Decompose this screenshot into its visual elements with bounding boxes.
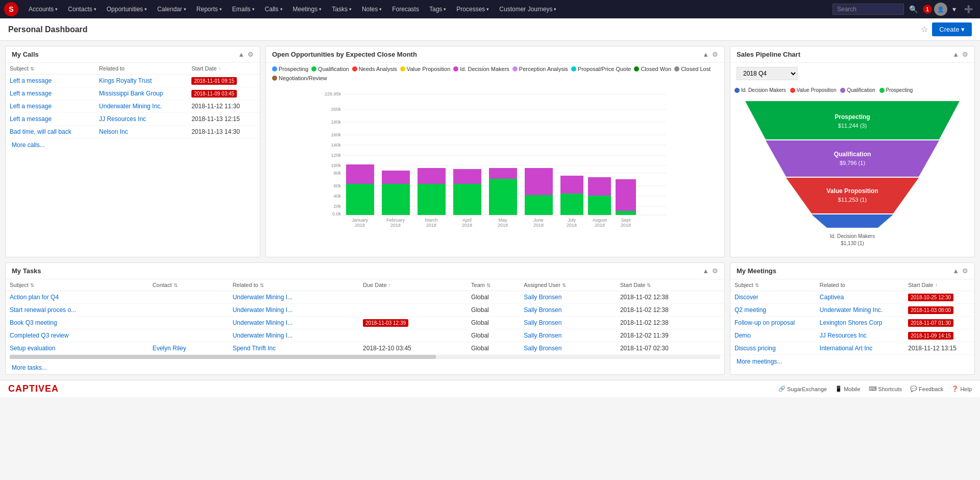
nav-contacts[interactable]: Contacts ▾ <box>64 4 100 15</box>
my-calls-settings[interactable]: ⚙ <box>248 51 254 58</box>
call-subject-link[interactable]: Left a message <box>10 103 52 110</box>
quarter-selector[interactable]: 2018 Q4 2018 Q3 2018 Q2 2018 Q1 <box>737 67 798 80</box>
task-user-link[interactable]: Sally Bronsen <box>524 294 561 301</box>
task-subject-link[interactable]: Setup evaluation <box>10 345 55 352</box>
meeting-related-link[interactable]: JJ Resources Inc <box>820 332 867 339</box>
calls-col-related[interactable]: Related to <box>95 63 187 75</box>
tasks-collapse[interactable]: ▲ <box>702 267 709 275</box>
meeting-subject-link[interactable]: Demo <box>734 332 751 339</box>
nav-meetings[interactable]: Meetings ▾ <box>289 4 326 15</box>
call-subject-link[interactable]: Left a message <box>10 77 52 84</box>
nav-tasks[interactable]: Tasks ▾ <box>328 4 356 15</box>
add-icon[interactable]: ➕ <box>961 4 976 14</box>
meetings-col-subject[interactable]: Subject ⇅ <box>730 279 816 291</box>
footer-help[interactable]: ❓ Help <box>951 386 972 392</box>
task-related-link[interactable]: Underwater Mining I... <box>233 319 292 326</box>
tasks-controls: ▲ ⚙ <box>702 267 718 275</box>
calls-col-subject[interactable]: Subject ⇅ <box>6 63 95 75</box>
call-related-link[interactable]: Nelson Inc <box>99 128 128 135</box>
nav-opportunities[interactable]: Opportunities ▾ <box>103 4 151 15</box>
footer-mobile[interactable]: 📱 Mobile <box>835 386 860 392</box>
search-icon[interactable]: 🔍 <box>906 4 921 14</box>
horizontal-scrollbar[interactable] <box>10 355 720 359</box>
my-calls-collapse[interactable]: ▲ <box>238 51 244 58</box>
task-subject-link[interactable]: Start renewal proces o... <box>10 306 76 314</box>
nav-customer-journeys[interactable]: Customer Journeys ▾ <box>495 4 560 15</box>
pipeline-settings[interactable]: ⚙ <box>962 51 968 58</box>
call-related-link[interactable]: Kings Royalty Trust <box>99 77 152 84</box>
meetings-col-related[interactable]: Related to <box>816 279 904 291</box>
task-related-link[interactable]: Underwater Mining I... <box>233 306 292 314</box>
task-user-link[interactable]: Sally Bronsen <box>524 306 561 314</box>
tasks-col-subject[interactable]: Subject ⇅ <box>6 279 149 291</box>
meeting-related-link[interactable]: Lexington Shores Corp <box>820 319 883 326</box>
task-user-link[interactable]: Sally Bronsen <box>524 332 561 339</box>
meeting-subject-link[interactable]: Discuss pricing <box>734 345 776 352</box>
task-subject-link[interactable]: Action plan for Q4 <box>10 294 59 301</box>
tasks-col-contact[interactable]: Contact ⇅ <box>149 279 229 291</box>
meetings-settings[interactable]: ⚙ <box>962 267 968 275</box>
task-contact-link[interactable]: Evelyn Riley <box>153 345 186 352</box>
tasks-col-due[interactable]: Due Date ↑ <box>359 279 467 291</box>
nav-processes[interactable]: Processes ▾ <box>452 4 493 15</box>
meeting-subject-link[interactable]: Q2 meeting <box>734 306 766 314</box>
favorite-star[interactable]: ☆ <box>921 25 928 34</box>
meetings-col-date[interactable]: Start Date ↑ <box>904 279 974 291</box>
call-subject-link[interactable]: Bad time, will call back <box>10 128 71 135</box>
notification-badge[interactable]: 1 <box>923 5 932 14</box>
task-related-link[interactable]: Underwater Mining I... <box>233 332 292 339</box>
nav-forecasts[interactable]: Forecasts <box>388 4 423 15</box>
nav-tags[interactable]: Tags ▾ <box>425 4 450 15</box>
task-subject-link[interactable]: Book Q3 meeting <box>10 319 57 326</box>
user-menu-arrow[interactable]: ▾ <box>949 4 959 14</box>
task-user-link[interactable]: Sally Bronsen <box>524 345 561 352</box>
nav-reports[interactable]: Reports ▾ <box>192 4 226 15</box>
task-related-link[interactable]: Underwater Mining I... <box>233 294 292 301</box>
task-related-link[interactable]: Spend Thrift Inc <box>233 345 276 352</box>
footer-shortcuts[interactable]: ⌨ Shortcuts <box>869 386 902 392</box>
more-meetings-link[interactable]: More meetings... <box>730 355 974 368</box>
chart-settings[interactable]: ⚙ <box>712 51 718 58</box>
call-subject-link[interactable]: Left a message <box>10 90 52 97</box>
chart-collapse[interactable]: ▲ <box>702 51 709 58</box>
mobile-icon: 📱 <box>835 386 842 392</box>
user-avatar[interactable]: 👤 <box>934 3 947 16</box>
task-user-link[interactable]: Sally Bronsen <box>524 319 561 326</box>
calls-col-date[interactable]: Start Date ↑ <box>187 63 260 75</box>
tasks-col-related[interactable]: Related to ⇅ <box>229 279 359 291</box>
tasks-settings[interactable]: ⚙ <box>712 267 718 275</box>
nav-accounts[interactable]: Accounts ▾ <box>24 4 62 15</box>
meeting-subject-link[interactable]: Discover <box>734 294 758 301</box>
svg-rect-27 <box>382 184 410 215</box>
logo-button[interactable]: S <box>4 2 18 16</box>
more-calls-link[interactable]: More calls... <box>6 138 260 152</box>
nav-emails[interactable]: Emails ▾ <box>228 4 259 15</box>
footer-feedback[interactable]: 💬 Feedback <box>910 386 943 392</box>
nav-notes[interactable]: Notes ▾ <box>358 4 386 15</box>
search-input[interactable] <box>832 4 904 15</box>
meeting-related-link[interactable]: Underwater Mining Inc. <box>820 306 883 314</box>
pipeline-legend: Id. Decision Makers Value Proposition Qu… <box>730 84 974 96</box>
meeting-subject-link[interactable]: Follow-up on proposal <box>734 319 795 326</box>
nav-calls[interactable]: Calls ▾ <box>261 4 287 15</box>
meeting-related-link[interactable]: International Art Inc <box>820 345 872 352</box>
create-button[interactable]: Create ▾ <box>932 22 972 36</box>
meetings-collapse[interactable]: ▲ <box>952 267 959 275</box>
tasks-col-team[interactable]: Team ⇅ <box>467 279 520 291</box>
pipeline-collapse[interactable]: ▲ <box>952 51 959 58</box>
tasks-col-start[interactable]: Start Date ⇅ <box>616 279 724 291</box>
nav-calendar[interactable]: Calendar ▾ <box>153 4 190 15</box>
task-subject-link[interactable]: Completed Q3 review <box>10 332 68 339</box>
call-subject-link[interactable]: Left a message <box>10 115 52 123</box>
more-tasks-link[interactable]: More tasks... <box>6 361 724 374</box>
footer-sugarexchange[interactable]: 🔗 SugarExchange <box>778 386 827 392</box>
meetings-table: Subject ⇅ Related to Start Date ↑ Discov… <box>730 279 974 355</box>
call-related-link[interactable]: Mississippi Bank Group <box>99 90 163 97</box>
svg-text:March: March <box>425 218 437 223</box>
meeting-related-link[interactable]: Captivea <box>820 294 844 301</box>
calls-table: Subject ⇅ Related to Start Date ↑ Left a… <box>6 63 260 138</box>
call-related-link[interactable]: Underwater Mining Inc. <box>99 103 162 110</box>
tasks-col-user[interactable]: Assigned User ⇅ <box>520 279 616 291</box>
call-related-link[interactable]: JJ Resources Inc <box>99 115 146 123</box>
shortcuts-icon: ⌨ <box>869 386 877 392</box>
